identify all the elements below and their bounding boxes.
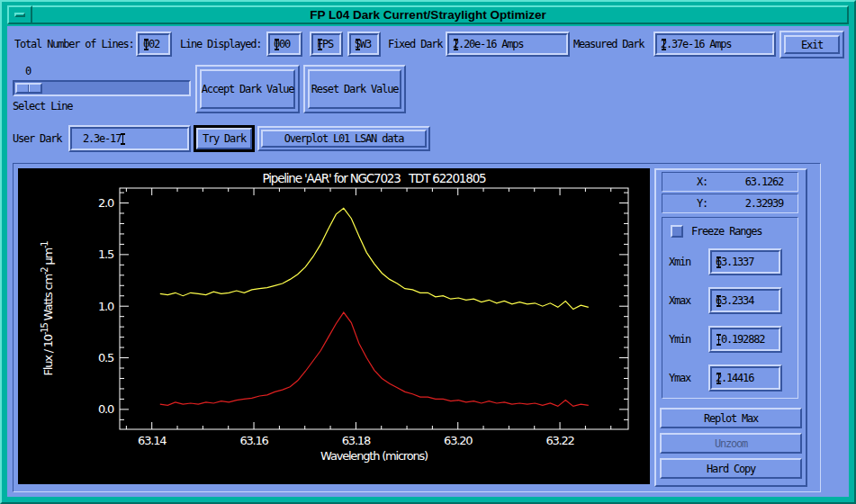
measured-dark-label: Measured Dark xyxy=(573,32,644,57)
svg-text:Pipeline 'AAR' for NGC7023 T: Pipeline 'AAR' for NGC7023 TDT 62201805 xyxy=(263,171,486,185)
xmax-field[interactable]: 63.2334 xyxy=(708,287,782,314)
fixed-dark-field[interactable]: 2.20e-16 Amps xyxy=(446,32,570,57)
detector-field[interactable]: FPS xyxy=(310,32,343,57)
svg-text:63.22: 63.22 xyxy=(545,434,573,447)
exit-button-frame: Exit xyxy=(779,31,844,58)
total-lines-field[interactable]: 002 xyxy=(136,32,172,57)
select-line-slider[interactable] xyxy=(13,80,191,96)
measured-dark-field[interactable]: 2.37e-16 Amps xyxy=(653,32,776,57)
client-area: Total Number of Lines: 002 Line Displaye… xyxy=(7,26,849,497)
xmin-field[interactable]: 63.1337 xyxy=(708,248,782,275)
window-menu-button[interactable] xyxy=(7,5,32,24)
reset-dark-frame: Reset Dark Value xyxy=(303,65,406,113)
accept-dark-button[interactable]: Accept Dark Value xyxy=(200,69,295,109)
window-menu-dash-icon xyxy=(14,13,25,17)
window-title: FP L04 Dark Current/Straylight Optimizer xyxy=(310,8,545,22)
try-dark-button[interactable]: Try Dark xyxy=(196,128,252,149)
ymin-field[interactable]: -0.192882 xyxy=(708,326,782,353)
svg-text:63.18: 63.18 xyxy=(342,434,371,447)
svg-text:2.0: 2.0 xyxy=(98,196,114,210)
text-caret-icon xyxy=(716,373,722,384)
text-caret-icon xyxy=(716,295,722,307)
svg-text:1.0: 1.0 xyxy=(98,300,114,313)
line-displayed-field[interactable]: 000 xyxy=(266,32,302,57)
reset-dark-button[interactable]: Reset Dark Value xyxy=(308,69,401,109)
try-dark-focus-ring: Try Dark xyxy=(194,125,255,152)
app-window: FP L04 Dark Current/Straylight Optimizer… xyxy=(0,0,856,504)
text-caret-icon xyxy=(716,334,722,346)
xmin-label: Xmin xyxy=(666,256,708,268)
text-caret-icon xyxy=(661,39,667,50)
select-line-label: Select Line xyxy=(13,100,72,112)
line-displayed-label: Line Displayed: xyxy=(180,32,261,57)
unzoom-button[interactable]: Unzoom xyxy=(660,433,802,454)
hard-copy-button[interactable]: Hard Copy xyxy=(660,458,802,479)
overplot-button[interactable]: Overplot L01 LSAN data xyxy=(261,130,427,148)
user-dark-label: User Dark xyxy=(13,125,61,152)
svg-text:Flux / 10-15 Watts cm-2 μm-: Flux / 10-15 Watts cm-2 μm-1 xyxy=(40,241,55,376)
text-caret-icon xyxy=(274,39,280,50)
svg-text:Wavelength (microns): Wavelength (microns) xyxy=(320,449,428,463)
titlebar[interactable]: FP L04 Dark Current/Straylight Optimizer xyxy=(7,5,849,24)
spectrum-plot[interactable]: Pipeline 'AAR' for NGC7023 TDT 622018056… xyxy=(18,168,650,484)
freeze-ranges-label: Freeze Ranges xyxy=(691,225,761,238)
xmax-label: Xmax xyxy=(666,294,708,307)
freeze-ranges-checkbox[interactable] xyxy=(671,225,683,238)
svg-text:63.14: 63.14 xyxy=(138,434,167,447)
fixed-dark-label: Fixed Dark xyxy=(388,32,442,57)
replot-max-button[interactable]: Replot Max xyxy=(660,408,802,428)
text-caret-icon xyxy=(120,133,126,145)
cursor-y-readout: Y: 2.32939 xyxy=(662,194,798,213)
exit-button[interactable]: Exit xyxy=(784,35,840,54)
text-caret-icon xyxy=(716,256,722,268)
accept-dark-frame: Accept Dark Value xyxy=(195,65,300,113)
svg-text:63.16: 63.16 xyxy=(239,434,268,447)
text-caret-icon xyxy=(143,39,149,50)
line-select-value: 0 xyxy=(25,65,31,77)
overplot-frame: Overplot L01 LSAN data xyxy=(257,126,430,151)
ranges-group: Freeze Ranges Xmin 63.1337 Xmax 63.2334 … xyxy=(662,217,798,399)
svg-text:63.20: 63.20 xyxy=(444,434,473,447)
svg-text:0.5: 0.5 xyxy=(98,351,114,364)
user-dark-input[interactable]: 2.3e-17 xyxy=(68,125,191,152)
svg-text:0.0: 0.0 xyxy=(98,402,114,416)
main-work-area: Pipeline 'AAR' for NGC7023 TDT 622018056… xyxy=(13,163,821,492)
band-field[interactable]: SW3 xyxy=(347,32,381,57)
text-caret-icon xyxy=(453,39,459,50)
svg-text:1.5: 1.5 xyxy=(98,248,114,261)
plot-panel[interactable]: Pipeline 'AAR' for NGC7023 TDT 622018056… xyxy=(18,168,650,484)
total-lines-label: Total Number of Lines: xyxy=(14,32,134,57)
ymin-label: Ymin xyxy=(666,333,708,346)
ymax-label: Ymax xyxy=(666,372,708,384)
slider-thumb[interactable] xyxy=(15,83,42,94)
ymax-field[interactable]: 2.14416 xyxy=(708,364,782,392)
cursor-x-readout: X: 63.1262 xyxy=(662,172,798,192)
cursor-range-panel: X: 63.1262 Y: 2.32939 Freeze Ranges Xmin… xyxy=(654,168,807,487)
text-caret-icon xyxy=(317,39,323,50)
text-caret-icon xyxy=(355,39,361,50)
